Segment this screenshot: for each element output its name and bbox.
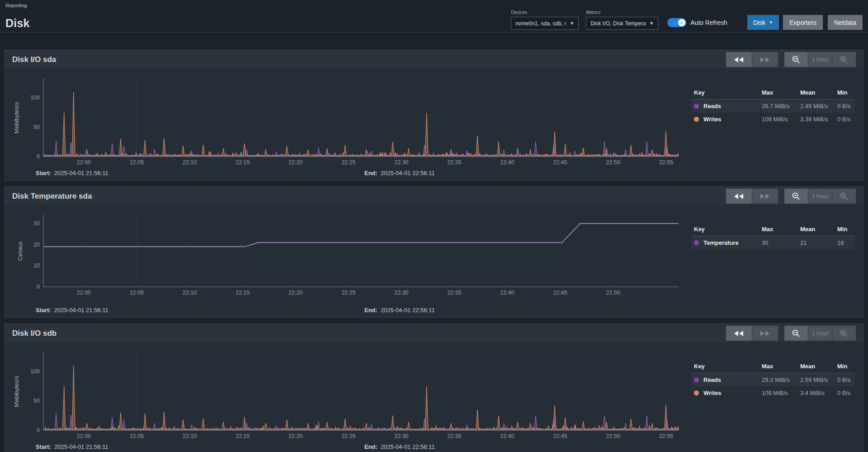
svg-text:22:30: 22:30 [394, 159, 408, 166]
rewind-icon [734, 194, 744, 199]
pan-back-button[interactable] [726, 52, 752, 67]
chevron-down-icon: ▼ [769, 20, 773, 25]
page-title: Disk [5, 17, 30, 33]
series-color-dot [694, 117, 699, 122]
chart-legend: Key Max Mean Min Reads 26.7 MiB/s 2.49 M… [691, 86, 855, 126]
line-chart[interactable]: 010203022:0022:0522:1022:1522:2022:2522:… [5, 206, 697, 304]
auto-refresh-label: Auto Refresh [690, 19, 727, 26]
pan-back-button[interactable] [726, 189, 752, 204]
end-timestamp: 2025-04-01 22:56:11 [381, 170, 435, 176]
chart-panel-disk-io-sda: Disk I/O sda 1 hour [5, 50, 863, 181]
zoom-in-button[interactable] [832, 52, 856, 67]
legend-row-reads: Reads 29.3 MiB/s 2.59 MiB/s 0 B/s [691, 373, 855, 387]
disk-dropdown-label: Disk [753, 19, 765, 26]
svg-text:22:10: 22:10 [183, 433, 197, 439]
legend-row-writes: Writes 109 MiB/s 3.39 MiB/s 0 B/s [691, 113, 855, 126]
svg-text:50: 50 [33, 124, 40, 130]
chart-panel-disk-temperature-sda: Disk Temperature sda 1 hour [5, 186, 863, 318]
pan-forward-button[interactable] [752, 189, 778, 204]
zoom-out-button[interactable] [784, 52, 808, 67]
svg-text:22:15: 22:15 [236, 159, 250, 166]
metrics-field: Metrics Disk I/O, Disk Temperat... ▼ [586, 10, 658, 30]
metrics-select[interactable]: Disk I/O, Disk Temperat... ▼ [586, 17, 658, 30]
charts-list: Disk I/O sda 1 hour [0, 33, 868, 452]
netdata-button[interactable]: Netdata [828, 15, 863, 30]
svg-text:Mebibytes/s: Mebibytes/s [13, 102, 20, 133]
svg-text:22:25: 22:25 [341, 290, 355, 296]
end-timestamp: 2025-04-01 22:56:11 [381, 443, 435, 450]
svg-text:30: 30 [33, 220, 40, 227]
legend-header-key: Key [691, 360, 759, 373]
legend-header-key: Key [691, 223, 759, 236]
svg-text:22:05: 22:05 [130, 290, 144, 296]
chevron-down-icon: ▼ [570, 21, 574, 26]
svg-text:22:50: 22:50 [606, 290, 620, 296]
start-timestamp: 2025-04-01 21:56:11 [54, 170, 108, 176]
exporters-button[interactable]: Exporters [783, 15, 823, 30]
check-icon: ✓ [678, 19, 685, 26]
rewind-icon [734, 331, 744, 336]
svg-text:22:00: 22:00 [77, 159, 91, 166]
chart-panel-disk-io-sdb: Disk I/O sdb 1 hour [5, 324, 863, 452]
auto-refresh-toggle[interactable]: ✓ [667, 18, 686, 27]
zoom-in-icon [840, 56, 848, 64]
devices-label: Devices [511, 10, 579, 15]
series-color-dot [694, 104, 699, 109]
legend-header-max: Max [759, 223, 797, 236]
svg-text:22:45: 22:45 [553, 290, 567, 296]
svg-text:22:30: 22:30 [394, 290, 408, 296]
toolbar: Devices nvme0n1, sda, sdb, sdc,... ▼ Met… [511, 10, 863, 33]
svg-text:22:30: 22:30 [394, 433, 408, 439]
chart-legend: Key Max Mean Min Reads 29.3 MiB/s 2.59 M… [691, 360, 855, 400]
svg-text:100: 100 [30, 95, 40, 101]
svg-text:22:50: 22:50 [606, 159, 620, 166]
legend-header-max: Max [759, 86, 797, 100]
svg-text:22:25: 22:25 [341, 159, 355, 166]
svg-text:Mebibytes/s: Mebibytes/s [13, 376, 20, 407]
svg-text:22:20: 22:20 [288, 433, 302, 439]
svg-text:22:40: 22:40 [500, 433, 514, 439]
pan-forward-button[interactable] [752, 52, 778, 67]
metrics-selected-value: Disk I/O, Disk Temperat... [590, 20, 646, 27]
svg-text:Celsius: Celsius [17, 241, 24, 261]
zoom-out-icon [792, 56, 800, 64]
svg-text:22:05: 22:05 [130, 159, 144, 166]
svg-text:22:35: 22:35 [447, 159, 461, 166]
chart-title: Disk I/O sda [12, 55, 56, 64]
svg-text:22:35: 22:35 [447, 433, 461, 439]
time-span-row: Start:2025-04-01 21:56:11 End:2025-04-01… [5, 167, 863, 180]
fast-forward-icon [760, 194, 770, 199]
page-header: Reporting Disk Devices nvme0n1, sda, sdb… [0, 0, 868, 33]
breadcrumb[interactable]: Reporting [5, 3, 863, 8]
svg-text:22:05: 22:05 [130, 433, 144, 439]
pan-forward-button[interactable] [752, 326, 778, 341]
chart-title: Disk Temperature sda [12, 192, 92, 201]
devices-select[interactable]: nvme0n1, sda, sdb, sdc,... ▼ [511, 17, 579, 30]
legend-header-max: Max [759, 360, 797, 373]
zoom-out-icon [792, 192, 800, 200]
chart-title: Disk I/O sdb [12, 329, 57, 338]
legend-header-min: Min [835, 360, 855, 373]
svg-text:0: 0 [37, 427, 40, 433]
zoom-out-button[interactable] [784, 326, 808, 341]
legend-header-min: Min [835, 86, 855, 100]
devices-field: Devices nvme0n1, sda, sdb, sdc,... ▼ [511, 10, 579, 30]
fast-forward-icon [760, 57, 770, 62]
zoom-in-button[interactable] [832, 326, 856, 341]
svg-text:0: 0 [37, 153, 40, 160]
metrics-label: Metrics [586, 10, 658, 15]
zoom-out-icon [792, 329, 800, 338]
svg-text:22:10: 22:10 [183, 290, 197, 296]
disk-dropdown-button[interactable]: Disk ▼ [747, 15, 779, 30]
line-chart[interactable]: 05010022:0022:0522:1022:1522:2022:2522:3… [5, 343, 697, 440]
zoom-out-button[interactable] [784, 189, 808, 204]
start-timestamp: 2025-04-01 21:56:11 [54, 307, 108, 314]
time-span-row: Start:2025-04-01 21:56:11 End:2025-04-01… [5, 440, 863, 452]
start-timestamp: 2025-04-01 21:56:11 [54, 443, 108, 450]
zoom-in-button[interactable] [832, 189, 856, 204]
svg-text:22:45: 22:45 [553, 159, 567, 166]
line-chart[interactable]: 05010022:0022:0522:1022:1522:2022:2522:3… [5, 69, 697, 167]
zoom-in-icon [840, 192, 848, 200]
svg-text:22:20: 22:20 [288, 159, 302, 166]
pan-back-button[interactable] [726, 326, 752, 341]
